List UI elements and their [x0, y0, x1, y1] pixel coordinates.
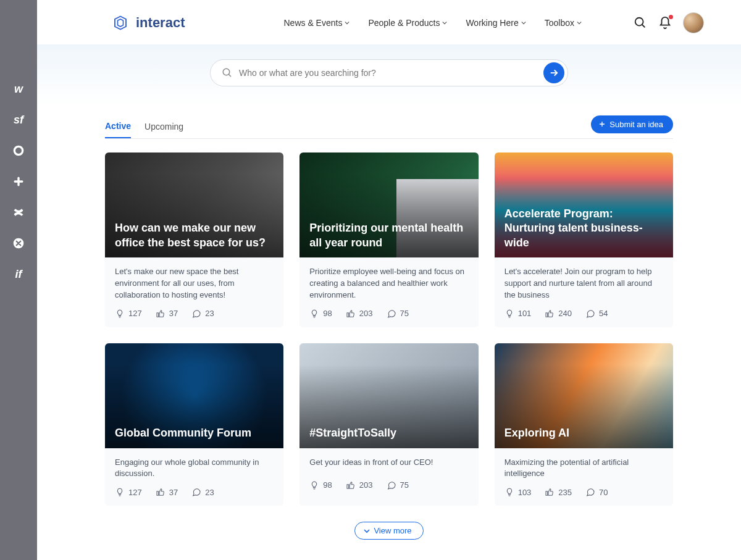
like-count: 235: [545, 487, 572, 497]
header-search-button[interactable]: [634, 16, 647, 30]
lightbulb-icon: [504, 309, 514, 319]
comment-count: 54: [585, 309, 608, 319]
primary-nav: News & Events People & Products Working …: [283, 18, 582, 28]
card-description: Let's accelerate! Join our program to he…: [495, 257, 673, 309]
card-stats: 103 235 70: [495, 487, 673, 506]
like-count: 240: [545, 309, 572, 319]
idea-card[interactable]: Prioritizing our mental health all year …: [299, 153, 478, 327]
card-stats: 98 203 75: [299, 480, 478, 499]
idea-count: 98: [309, 480, 332, 490]
lightbulb-icon: [115, 487, 125, 497]
chevron-down-icon: [442, 20, 447, 25]
card-stats: 101 240 54: [495, 309, 673, 327]
search-submit-button[interactable]: [543, 62, 564, 83]
header: interact News & Events People & Products…: [37, 0, 741, 44]
arrow-right-icon: [548, 67, 559, 78]
idea-count: 101: [504, 309, 532, 319]
card-stats: 127 37 23: [105, 487, 283, 506]
comment-icon: [585, 309, 595, 319]
search-hero: [37, 44, 741, 105]
thumbs-up-icon: [156, 487, 165, 497]
comment-icon: [387, 480, 396, 490]
card-description: Let's make our new space the best enviro…: [105, 257, 283, 309]
view-more-button[interactable]: View more: [354, 522, 423, 540]
nav-toolbox[interactable]: Toolbox: [545, 18, 582, 28]
card-title: Prioritizing our mental health all year …: [309, 221, 468, 250]
notification-dot: [669, 15, 673, 19]
lightbulb-icon: [309, 480, 319, 490]
comment-icon: [191, 309, 201, 319]
idea-card[interactable]: Exploring AI Maximizing the potential of…: [495, 343, 673, 506]
card-hero: Exploring AI: [495, 343, 673, 448]
comment-icon: [585, 487, 595, 497]
idea-card[interactable]: Global Community Forum Engaging our whol…: [105, 343, 283, 506]
submit-idea-label: Submit an idea: [609, 120, 663, 129]
card-title: Accelerate Program: Nurturing talent bus…: [504, 207, 663, 250]
tabs-row: Active Upcoming Submit an idea: [105, 115, 673, 139]
idea-count: 127: [115, 309, 142, 319]
lightbulb-icon: [309, 309, 319, 319]
tab-active[interactable]: Active: [105, 115, 131, 138]
brand-logo[interactable]: interact: [111, 14, 185, 32]
like-count: 37: [156, 309, 178, 319]
idea-card[interactable]: How can we make our new office the best …: [105, 153, 283, 327]
nav-working-here[interactable]: Working Here: [466, 18, 525, 28]
idea-card[interactable]: #StraightToSally Get your ideas in front…: [299, 343, 478, 506]
rail-app-confluence[interactable]: [10, 204, 27, 221]
rail-app-circle[interactable]: [10, 142, 27, 159]
idea-count: 103: [504, 487, 532, 497]
search-icon: [222, 67, 233, 78]
search-icon: [634, 16, 647, 30]
card-title: Global Community Forum: [115, 426, 251, 440]
app-rail: w sf if: [0, 0, 37, 560]
chevron-down-icon: [345, 20, 350, 25]
card-description: Engaging our whole global community in d…: [105, 448, 283, 488]
rail-app-salesforce[interactable]: sf: [10, 111, 27, 128]
idea-count: 98: [309, 309, 332, 319]
idea-grid: How can we make our new office the best …: [105, 153, 673, 506]
comment-count: 23: [191, 309, 214, 319]
card-hero: Global Community Forum: [105, 343, 283, 448]
idea-count: 127: [115, 487, 142, 497]
comment-count: 75: [387, 309, 409, 319]
card-stats: 98 203 75: [299, 309, 478, 327]
rail-app-workday[interactable]: w: [10, 80, 27, 98]
card-hero: #StraightToSally: [299, 343, 478, 448]
search-bar[interactable]: [210, 59, 568, 86]
comment-icon: [387, 309, 396, 319]
rail-app-slack[interactable]: [10, 173, 27, 190]
rail-app-if[interactable]: if: [10, 265, 27, 283]
chevron-down-icon: [364, 528, 370, 534]
thumbs-up-icon: [156, 309, 165, 319]
card-stats: 127 37 23: [105, 309, 283, 327]
nav-news-events[interactable]: News & Events: [283, 18, 350, 28]
svg-rect-2: [17, 177, 19, 186]
submit-idea-button[interactable]: Submit an idea: [591, 115, 673, 133]
lightbulb-icon: [504, 487, 514, 497]
brand-name: interact: [136, 15, 185, 31]
card-description: Prioritize employee well-being and focus…: [299, 257, 478, 309]
card-description: Maximizing the potential of artificial i…: [495, 448, 673, 488]
notifications-button[interactable]: [658, 16, 672, 30]
comment-count: 75: [387, 480, 409, 490]
plus-icon: [598, 120, 606, 128]
svg-point-0: [14, 146, 22, 154]
logo-icon: [111, 14, 130, 32]
idea-card[interactable]: Accelerate Program: Nurturing talent bus…: [495, 153, 673, 327]
chevron-down-icon: [577, 20, 582, 25]
card-description: Get your ideas in front of our CEO!: [299, 448, 478, 480]
user-avatar[interactable]: [683, 12, 704, 33]
card-hero: How can we make our new office the best …: [105, 153, 283, 257]
card-hero: Accelerate Program: Nurturing talent bus…: [495, 153, 673, 257]
comment-count: 23: [191, 487, 214, 497]
nav-people-products[interactable]: People & Products: [368, 18, 447, 28]
search-input[interactable]: [239, 68, 543, 78]
tab-upcoming[interactable]: Upcoming: [144, 115, 183, 138]
card-hero: Prioritizing our mental health all year …: [299, 153, 478, 257]
thumbs-up-icon: [545, 309, 555, 319]
chevron-down-icon: [521, 20, 526, 25]
view-more-label: View more: [374, 526, 411, 535]
lightbulb-icon: [115, 309, 125, 319]
svg-point-5: [223, 69, 230, 75]
rail-app-x[interactable]: [10, 235, 27, 252]
